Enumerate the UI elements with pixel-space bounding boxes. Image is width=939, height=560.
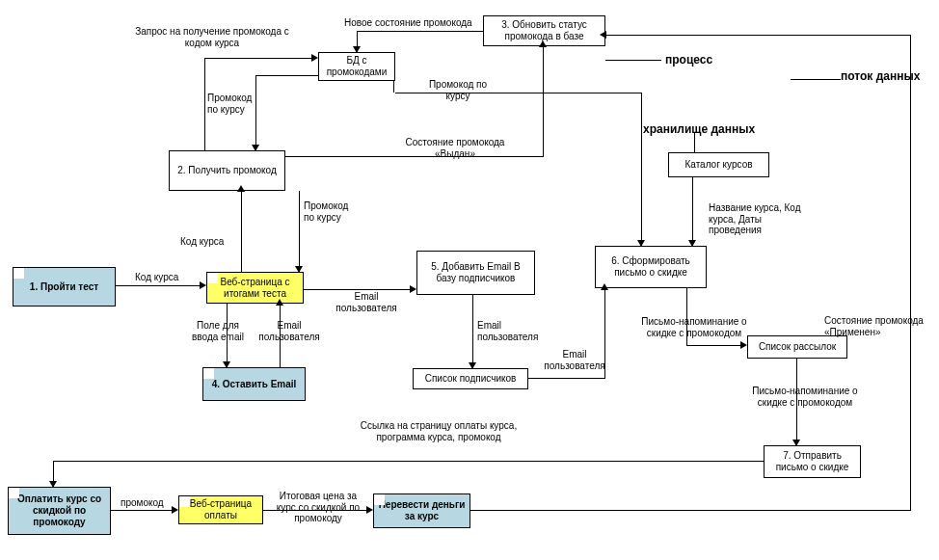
label-pole-email: Поле для ввода email: [189, 320, 247, 342]
label-promokod-kursu2: Промокод по курсу: [424, 79, 492, 101]
box-course-catalog: Каталог курсов: [668, 152, 769, 177]
box-2-label: 2. Получить промокод: [177, 165, 277, 176]
arrowhead-3-to-db: [353, 46, 361, 53]
box-6-compose-letter: 6. Сформировать письмо о скидке: [595, 246, 707, 288]
label-email-polz3: Email пользователя: [477, 320, 550, 342]
legend-process-line: [605, 60, 661, 61]
box-4-leave-email: 4. Оставить Email: [202, 367, 306, 401]
label-email-polz4: Email пользователя: [538, 349, 611, 371]
box-catalog-label: Каталог курсов: [684, 159, 752, 171]
box-5-label: 5. Добавить Email В базу подписчиков: [421, 261, 530, 284]
label-email-polz2: Email пользователя: [330, 291, 403, 313]
arrow-transfer-to-3-h2: [605, 35, 911, 36]
arrow-web-to-5: [304, 289, 412, 290]
box-mailing-list-label: Список рассылок: [759, 341, 836, 353]
arrowhead-4-to-web: [276, 299, 283, 306]
label-novoe-sost: Новое состояние промокода: [344, 17, 472, 29]
box-subscriber-list: Список подписчиков: [413, 368, 528, 389]
arrowhead-web-to-2: [237, 185, 245, 192]
label-promokod-kursu3: Промокод по курсу: [304, 200, 362, 223]
legend-datastore-line-v: [694, 133, 695, 152]
arrow-7-to-pay-h: [53, 461, 764, 462]
label-sost-vydan: Состояние промокода «Выдан»: [388, 137, 523, 159]
label-promokod: промокод: [121, 497, 164, 509]
legend-process: процесс: [665, 54, 712, 67]
arrowhead-1-to-web: [200, 281, 206, 289]
arrowhead-transfer-to-3: [600, 31, 606, 39]
box-mailing-list: Список рассылок: [747, 335, 847, 359]
arrow-transfer-to-3-v: [910, 35, 911, 511]
arrow-2-to-db-h: [204, 58, 312, 59]
arrowhead-7-to-pay: [49, 481, 57, 488]
arrowhead-webpay-to-transfer: [366, 506, 373, 514]
box-pay-course-label: Оплатить курс со скидкой по промокоду: [13, 493, 106, 528]
arrowhead-6-to-maillist: [740, 341, 747, 349]
box-db-promocodes: БД с промокодами: [318, 52, 395, 81]
arrowhead-web-to-5: [410, 285, 416, 293]
label-ssylka: Ссылка на страницу оплаты курса, програм…: [352, 420, 525, 442]
box-4-label: 4. Оставить Email: [212, 379, 297, 390]
arrow-2-to-db-v: [204, 58, 205, 150]
arrow-db-to-6-v2: [641, 93, 642, 246]
label-zapros: Запрос на получение промокода с кодом ку…: [125, 26, 299, 48]
arrowhead-maillist-to-7: [792, 440, 800, 446]
box-6-label: 6. Сформировать письмо о скидке: [600, 255, 702, 279]
box-web-test-results-label: Веб-страница с итогами теста: [211, 277, 299, 300]
box-7-label: 7. Отправить письмо о скидке: [768, 450, 856, 473]
legend-dataflow-line: [791, 79, 841, 80]
arrowhead-db-to-2: [252, 145, 259, 151]
label-kod-kursa: Код курса: [135, 272, 178, 283]
label-email-polz: Email пользователя: [253, 320, 326, 342]
arrow-3-to-db-h: [357, 31, 483, 32]
label-pismo-napom: Письмо-напоминание о скидке с промокодом: [631, 316, 757, 338]
arrowhead-web-to-4: [223, 361, 230, 368]
box-web-payment: Веб-страница оплаты: [178, 495, 263, 524]
arrowhead-sublist-to-6: [601, 283, 608, 290]
arrow-db-to-2-h: [255, 75, 319, 76]
arrowhead-2-to-db: [311, 54, 318, 62]
arrow-web-to-2: [241, 191, 242, 272]
arrow-2-to-web-v: [299, 191, 300, 272]
box-web-payment-label: Веб-страница оплаты: [183, 498, 258, 521]
arrow-pay-to-webpay: [111, 510, 174, 511]
arrowhead-2-to-3: [539, 40, 547, 47]
box-web-test-results: Веб-страница с итогами теста: [206, 272, 304, 304]
label-pismo-napom2: Письмо-напоминание о скидке с промокодом: [738, 386, 872, 408]
arrowhead-pay-to-webpay: [172, 506, 178, 514]
box-1-label: 1. Пройти тест: [30, 281, 98, 293]
arrow-katalog-to-6: [692, 177, 693, 246]
arrow-1-to-web: [116, 285, 201, 286]
arrow-db-to-6-v1: [393, 81, 394, 93]
box-7-send-letter: 7. Отправить письмо о скидке: [764, 445, 861, 478]
box-2-get-promocode: 2. Получить промокод: [169, 150, 285, 191]
legend-dataflow: поток данных: [841, 70, 920, 84]
label-itog-cena: Итоговая цена за курс со скидкой по пром…: [270, 491, 366, 524]
arrowhead-katalog-to-6: [688, 240, 696, 247]
label-sost-primenen: Состояние промокода «Применен»: [824, 315, 930, 337]
label-nazv-kursa: Название курса, Код курса, Даты проведен…: [709, 202, 815, 236]
arrow-transfer-to-3-h: [470, 510, 911, 511]
box-transfer-money-label: Перевести деньги за курс: [378, 499, 466, 522]
arrowhead-2-to-web: [295, 266, 303, 273]
box-transfer-money: Перевести деньги за курс: [373, 493, 470, 528]
label-promokod-kursu1: Промокод по курсу: [207, 93, 265, 115]
label-kod-kursa2: Код курса: [180, 236, 224, 248]
box-5-add-email: 5. Добавить Email В базу подписчиков: [416, 251, 535, 295]
legend-datastore: хранилище данных: [643, 123, 755, 137]
arrow-2-to-3-v: [543, 46, 544, 157]
arrow-6-to-maillist-h: [686, 345, 742, 346]
arrowhead-5-to-sublist: [469, 362, 476, 369]
box-subscriber-list-label: Список подписчиков: [425, 373, 517, 385]
box-db-label: БД с промокодами: [323, 55, 390, 78]
box-pay-course: Оплатить курс со скидкой по промокоду: [8, 487, 111, 535]
box-3-label: 3. Обновить статус промокода в базе: [488, 19, 601, 42]
arrow-sublist-to-6-h: [528, 378, 605, 379]
arrow-5-to-sublist: [472, 295, 473, 368]
arrowhead-db-to-6: [637, 240, 645, 247]
box-1-take-test: 1. Пройти тест: [13, 267, 116, 307]
